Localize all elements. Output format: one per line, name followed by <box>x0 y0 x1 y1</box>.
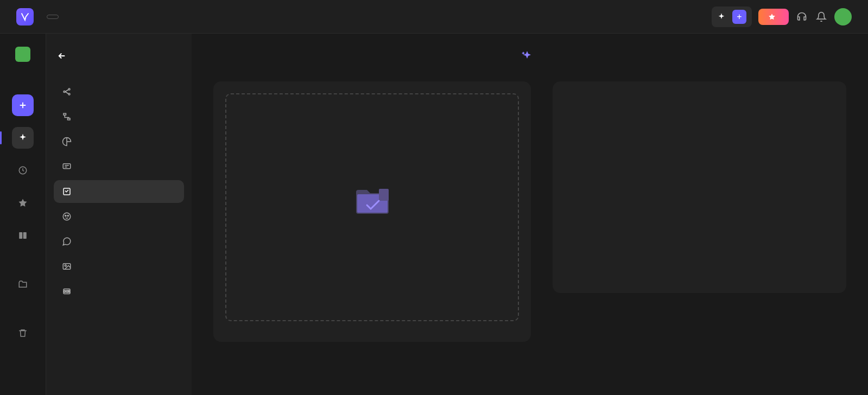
sentence <box>568 108 831 119</box>
mini-templates[interactable] <box>12 225 34 246</box>
main-content <box>192 34 868 395</box>
mini-avatar[interactable] <box>15 47 30 62</box>
image-icon <box>61 261 72 272</box>
mini-sidebar <box>0 34 46 395</box>
svg-point-11 <box>65 215 66 216</box>
sidebar: OCR <box>46 34 192 395</box>
page-title <box>521 50 539 63</box>
page-header <box>213 50 846 65</box>
mini-trash[interactable] <box>12 322 34 344</box>
upgrade-button[interactable] <box>758 9 789 25</box>
nav-mind-map[interactable] <box>54 80 184 103</box>
add-credits-button[interactable]: + <box>732 10 746 24</box>
support-icon[interactable] <box>795 10 808 23</box>
svg-point-4 <box>68 88 70 90</box>
nav-flowchart[interactable] <box>54 105 184 128</box>
result-panel <box>553 81 846 342</box>
folder-check-icon <box>351 186 394 218</box>
drawing-icon <box>61 211 72 222</box>
analysis-text <box>553 81 846 293</box>
nav-diagram[interactable] <box>54 130 184 153</box>
header-left <box>16 8 59 26</box>
mini-favorites[interactable] <box>12 192 34 214</box>
mini-new-button[interactable] <box>12 94 34 116</box>
svg-rect-6 <box>64 113 66 115</box>
svg-point-12 <box>67 215 68 216</box>
mind-map-icon <box>61 86 72 97</box>
svg-rect-1 <box>19 232 22 239</box>
slide-icon <box>61 161 72 172</box>
header-right: + <box>712 7 852 27</box>
nav-image[interactable] <box>54 255 184 278</box>
svg-point-14 <box>65 265 66 266</box>
svg-point-10 <box>63 213 71 220</box>
nav-drawing[interactable] <box>54 205 184 228</box>
free-badge <box>47 15 59 19</box>
svg-rect-2 <box>23 232 27 239</box>
sentence <box>568 131 831 142</box>
chat-icon <box>61 236 72 247</box>
svg-text:OCR: OCR <box>64 290 70 293</box>
user-avatar[interactable] <box>834 8 852 26</box>
exec-summary-text <box>568 97 831 108</box>
sentence <box>568 119 831 131</box>
nav-chat[interactable] <box>54 230 184 253</box>
diagram-icon <box>61 136 72 147</box>
svg-point-5 <box>68 93 70 95</box>
flowchart-icon <box>61 111 72 122</box>
file-analysis-icon <box>61 186 72 197</box>
credits-badge[interactable]: + <box>712 7 752 27</box>
svg-point-3 <box>64 91 65 93</box>
back-button[interactable] <box>54 47 184 65</box>
upload-dropzone[interactable] <box>225 93 519 321</box>
upload-panel <box>213 81 531 342</box>
svg-rect-7 <box>68 118 71 120</box>
app-header: + <box>0 0 868 34</box>
app-logo-icon[interactable] <box>16 8 34 26</box>
mini-files[interactable] <box>12 273 34 295</box>
mini-ai-tools[interactable] <box>12 127 34 149</box>
nav-ocr[interactable]: OCR <box>54 280 184 303</box>
notifications-icon[interactable] <box>815 10 828 23</box>
ocr-icon: OCR <box>61 286 72 297</box>
nav-slide-maker[interactable] <box>54 155 184 178</box>
svg-rect-8 <box>63 164 71 169</box>
nav-file-analysis[interactable] <box>54 180 184 203</box>
svg-rect-17 <box>379 189 389 201</box>
mini-recent[interactable] <box>12 160 34 181</box>
